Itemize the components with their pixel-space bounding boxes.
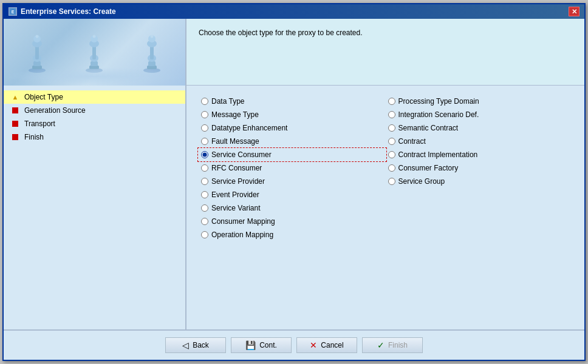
radio-consumer-factory[interactable]: Consumer Factory bbox=[386, 162, 573, 174]
radio-input-semantic-contract[interactable] bbox=[388, 124, 395, 132]
back-button[interactable]: ◁ Back bbox=[165, 337, 226, 353]
radio-label-message-type[interactable]: Message Type bbox=[211, 110, 259, 119]
radio-input-fault-message[interactable] bbox=[201, 138, 208, 145]
radio-options-area: Data Type Processing Type Domain Message… bbox=[186, 86, 584, 329]
nav-item-object-type[interactable]: ▲ Object Type bbox=[4, 90, 185, 104]
title-bar: E Enterprise Services: Create ✕ bbox=[4, 4, 584, 19]
nav-item-generation-source[interactable]: Generation Source bbox=[4, 104, 185, 117]
empty-cell-2 bbox=[386, 202, 573, 214]
radio-input-operation-mapping[interactable] bbox=[201, 231, 208, 238]
radio-input-data-type[interactable] bbox=[201, 98, 208, 105]
radio-label-consumer-factory[interactable]: Consumer Factory bbox=[398, 164, 459, 172]
square-icon-2 bbox=[11, 120, 19, 128]
cancel-icon: ✕ bbox=[310, 340, 317, 350]
svg-rect-14 bbox=[92, 46, 96, 59]
radio-label-contract-implementation[interactable]: Contract Implementation bbox=[398, 150, 478, 159]
main-content: ▲ Object Type Generation Source Transpor… bbox=[4, 19, 584, 329]
radio-input-service-provider[interactable] bbox=[201, 178, 208, 185]
square-icon-1 bbox=[11, 106, 19, 115]
finish-icon: ✓ bbox=[377, 340, 385, 350]
radio-input-service-consumer[interactable] bbox=[201, 151, 208, 158]
nav-list: ▲ Object Type Generation Source Transpor… bbox=[4, 86, 185, 329]
radio-input-service-group[interactable] bbox=[388, 178, 395, 185]
radio-fault-message[interactable]: Fault Message bbox=[199, 135, 386, 147]
radio-contract-implementation[interactable]: Contract Implementation bbox=[386, 149, 573, 161]
radio-label-operation-mapping[interactable]: Operation Mapping bbox=[211, 231, 273, 239]
radio-service-variant[interactable]: Service Variant bbox=[199, 202, 386, 214]
radio-input-contract-implementation[interactable] bbox=[388, 151, 395, 158]
radio-message-type[interactable]: Message Type bbox=[199, 109, 386, 121]
radio-label-event-provider[interactable]: Event Provider bbox=[211, 190, 259, 199]
radio-semantic-contract[interactable]: Semantic Contract bbox=[386, 122, 573, 134]
ripple-effect bbox=[4, 67, 185, 86]
radio-input-event-provider[interactable] bbox=[201, 191, 208, 198]
empty-cell-3 bbox=[386, 215, 573, 228]
radio-service-group[interactable]: Service Group bbox=[386, 175, 573, 187]
back-icon: ◁ bbox=[182, 340, 189, 350]
instruction-text: Choose the object type for the proxy to … bbox=[199, 29, 363, 37]
radio-label-datatype-enhancement[interactable]: Datatype Enhancement bbox=[211, 124, 287, 132]
nav-label-object-type: Object Type bbox=[24, 93, 63, 101]
nav-label-finish: Finish bbox=[24, 133, 44, 141]
radio-label-processing-type-domain[interactable]: Processing Type Domain bbox=[398, 97, 479, 106]
nav-label-generation-source: Generation Source bbox=[24, 106, 86, 115]
radio-input-service-variant[interactable] bbox=[201, 204, 208, 212]
red-square-2 bbox=[12, 121, 18, 127]
radio-service-consumer[interactable]: Service Consumer bbox=[199, 149, 386, 161]
title-bar-left: E Enterprise Services: Create bbox=[9, 7, 116, 16]
radio-label-consumer-mapping[interactable]: Consumer Mapping bbox=[211, 217, 275, 226]
radio-operation-mapping[interactable]: Operation Mapping bbox=[199, 229, 386, 241]
radio-label-contract[interactable]: Contract bbox=[398, 137, 426, 146]
radio-event-provider[interactable]: Event Provider bbox=[199, 189, 386, 201]
radio-rfc-consumer[interactable]: RFC Consumer bbox=[199, 162, 386, 174]
cont-icon: 💾 bbox=[245, 340, 256, 350]
cancel-label: Cancel bbox=[321, 341, 343, 349]
right-panel: Choose the object type for the proxy to … bbox=[186, 19, 584, 329]
radio-input-consumer-mapping[interactable] bbox=[201, 218, 208, 225]
triangle-icon: ▲ bbox=[11, 93, 19, 101]
radio-input-contract[interactable] bbox=[388, 138, 395, 145]
left-panel: ▲ Object Type Generation Source Transpor… bbox=[4, 19, 186, 329]
square-icon-3 bbox=[11, 133, 19, 141]
header-image bbox=[4, 19, 185, 86]
finish-button[interactable]: ✓ Finish bbox=[362, 337, 423, 353]
nav-item-finish[interactable]: Finish bbox=[4, 130, 185, 144]
radio-integration-scenario-def[interactable]: Integration Scenario Def. bbox=[386, 109, 573, 121]
radio-consumer-mapping[interactable]: Consumer Mapping bbox=[199, 215, 386, 228]
radio-input-integration-scenario-def[interactable] bbox=[388, 111, 395, 118]
window-icon: E bbox=[9, 7, 17, 16]
main-window: E Enterprise Services: Create ✕ bbox=[2, 3, 586, 361]
radio-contract[interactable]: Contract bbox=[386, 135, 573, 147]
back-label: Back bbox=[193, 341, 209, 349]
cont-button[interactable]: 💾 Cont. bbox=[231, 337, 292, 353]
radio-label-service-group[interactable]: Service Group bbox=[398, 177, 445, 186]
radio-label-service-variant[interactable]: Service Variant bbox=[211, 204, 260, 212]
radio-label-integration-scenario-def[interactable]: Integration Scenario Def. bbox=[398, 110, 479, 119]
svg-rect-20 bbox=[148, 61, 156, 66]
nav-label-transport: Transport bbox=[24, 120, 55, 128]
radio-data-type[interactable]: Data Type bbox=[199, 95, 386, 107]
radio-input-consumer-factory[interactable] bbox=[388, 164, 395, 172]
nav-item-transport[interactable]: Transport bbox=[4, 117, 185, 130]
radio-input-message-type[interactable] bbox=[201, 111, 208, 118]
radio-label-semantic-contract[interactable]: Semantic Contract bbox=[398, 124, 459, 132]
svg-point-17 bbox=[93, 35, 96, 38]
radio-service-provider[interactable]: Service Provider bbox=[199, 175, 386, 187]
radio-label-rfc-consumer[interactable]: RFC Consumer bbox=[211, 164, 262, 172]
svg-rect-22 bbox=[150, 46, 154, 59]
instruction-area: Choose the object type for the proxy to … bbox=[186, 19, 584, 86]
close-button[interactable]: ✕ bbox=[569, 7, 579, 16]
radio-label-fault-message[interactable]: Fault Message bbox=[211, 137, 259, 146]
radio-input-processing-type-domain[interactable] bbox=[388, 98, 395, 105]
svg-point-9 bbox=[36, 35, 39, 38]
radio-processing-type-domain[interactable]: Processing Type Domain bbox=[386, 95, 573, 107]
radio-datatype-enhancement[interactable]: Datatype Enhancement bbox=[199, 122, 386, 134]
radio-input-rfc-consumer[interactable] bbox=[201, 164, 208, 172]
radio-label-service-consumer[interactable]: Service Consumer bbox=[211, 150, 272, 159]
finish-label: Finish bbox=[388, 341, 408, 349]
radio-input-datatype-enhancement[interactable] bbox=[201, 124, 208, 132]
radio-label-data-type[interactable]: Data Type bbox=[211, 97, 244, 106]
svg-text:E: E bbox=[12, 10, 15, 14]
cancel-button[interactable]: ✕ Cancel bbox=[296, 337, 357, 353]
radio-label-service-provider[interactable]: Service Provider bbox=[211, 177, 265, 186]
